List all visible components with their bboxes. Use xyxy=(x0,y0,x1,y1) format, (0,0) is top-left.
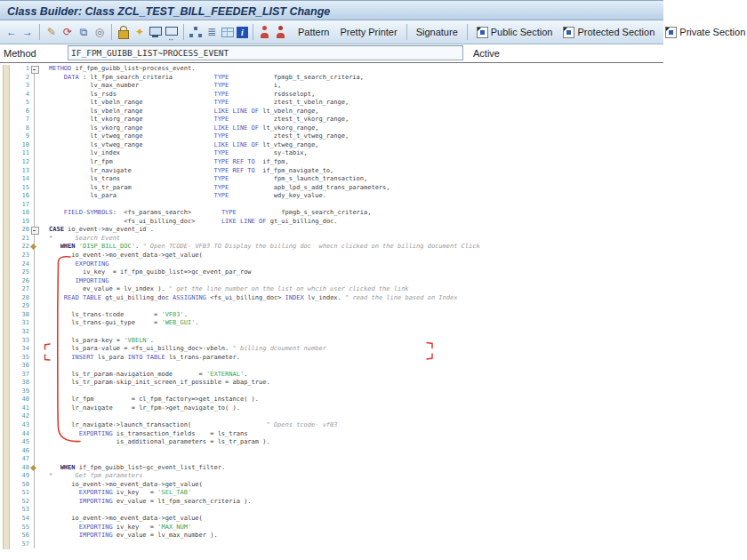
code-line[interactable]: 18 FIELD-SYMBOLS: <fs_params_search> TYP… xyxy=(0,209,663,218)
code-line[interactable]: 40 lr_fpm = cl_fpm_factory=>get_instance… xyxy=(0,396,663,404)
code-line[interactable]: 2 DATA : lt_fpm_search_criteria TYPE fpm… xyxy=(0,74,663,83)
private-section-button[interactable]: Private Section xyxy=(661,26,747,39)
back-icon[interactable]: ← xyxy=(4,25,19,39)
code-line[interactable]: 1METHOD if_fpm_guibb_list~process_event. xyxy=(0,65,663,74)
code-line[interactable]: 49* Get fpm parameters xyxy=(0,472,663,481)
fold-column xyxy=(29,65,49,74)
code-text: ls_rsds TYPE rsdsselopt, xyxy=(49,91,315,100)
fold-column xyxy=(29,447,49,456)
code-line[interactable]: 14 ls_trans TYPE fpm_s_launch_transactio… xyxy=(0,175,663,184)
code-line[interactable]: 47 xyxy=(0,455,663,464)
code-line[interactable]: 24 EXPORTING xyxy=(0,260,663,269)
code-line[interactable]: 3 lv_max_number TYPE i, xyxy=(0,82,663,91)
code-line[interactable]: 48 WHEN if_fpm_guibb_list~gc_event_list_… xyxy=(0,464,663,473)
code-line[interactable]: 4 ls_rsds TYPE rsdsselopt, xyxy=(0,91,663,100)
fold-column xyxy=(29,515,49,524)
method-name-input[interactable]: IF_FPM_GUIBB_LIST~PROCESS_EVENT xyxy=(68,45,463,60)
code-text: EXPORTING iv_key = 'SEL_TAB' xyxy=(49,489,191,498)
code-line[interactable]: 32 xyxy=(0,328,663,337)
code-text: EXPORTING xyxy=(49,260,108,269)
code-line[interactable]: 42 xyxy=(0,412,663,421)
code-line[interactable]: 55 EXPORTING iv_key = 'MAX_NUM' xyxy=(0,524,663,532)
code-line[interactable]: 16 ls_para TYPE wdy_key_value. xyxy=(0,192,663,201)
code-line[interactable]: 45 is_additional_parameters = ls_tr_para… xyxy=(0,438,663,447)
code-text: io_event->mo_event_data->get_value( xyxy=(49,515,203,524)
code-line[interactable]: 46 xyxy=(0,447,663,456)
code-line[interactable]: 27 ev_value = lv_index ). " get the line… xyxy=(0,285,663,294)
code-line[interactable]: 30 ls_trans-tcode = 'VF03'. xyxy=(0,311,663,320)
code-line[interactable]: 23 io_event->mo_event_data->get_value( xyxy=(0,252,663,260)
forward-icon[interactable]: → xyxy=(20,25,35,39)
code-line[interactable]: 26 IMPORTING xyxy=(0,277,663,286)
fold-column xyxy=(29,302,49,311)
toolbar-separator xyxy=(253,24,253,40)
code-line[interactable]: 50 io_event->mo_event_data->get_value( xyxy=(0,481,663,490)
signature-button[interactable]: Signature xyxy=(412,26,462,38)
code-line[interactable]: 28 READ TABLE gt_ui_billing_doc ASSIGNIN… xyxy=(0,294,663,303)
code-line[interactable]: 36 xyxy=(0,362,663,371)
code-line[interactable]: 31 ls_trans-gui_type = 'WEB_GUI'. xyxy=(0,319,663,328)
table-icon[interactable] xyxy=(221,25,235,39)
test-icon[interactable] xyxy=(149,25,163,39)
code-line[interactable]: 54 io_event->mo_event_data->get_value( xyxy=(0,515,663,524)
lock-icon[interactable] xyxy=(116,25,131,39)
code-text: WHEN 'DISP_BILL_DOC'. " Open TCODE- VF03… xyxy=(49,243,480,252)
code-line[interactable]: 52 IMPORTING ev_value = lt_fpm_search_cr… xyxy=(0,498,663,507)
code-line[interactable]: 17 xyxy=(0,201,663,210)
code-text: <fs_ui_billing_doc> LIKE LINE OF gt_ui_b… xyxy=(49,218,338,227)
code-line[interactable]: 57 xyxy=(0,540,663,549)
code-line[interactable]: 35 INSERT ls_para INTO TABLE ls_trans-pa… xyxy=(0,354,663,363)
code-editor[interactable]: 1METHOD if_fpm_guibb_list~process_event.… xyxy=(0,63,663,560)
copy-icon[interactable]: ⧉ xyxy=(76,25,91,39)
navigate-icon[interactable] xyxy=(165,25,179,39)
fold-column xyxy=(29,149,49,158)
code-line[interactable]: 34 ls_para-value = <fs_ui_billing_doc>-v… xyxy=(0,345,663,354)
code-text: * Search Event xyxy=(49,235,120,244)
code-line[interactable]: 6 ls_vbeln_range LIKE LINE OF lt_vbeln_r… xyxy=(0,108,663,116)
activate-icon[interactable]: ✦ xyxy=(133,25,147,39)
display-change-icon[interactable]: ✎ xyxy=(44,25,59,39)
code-line[interactable]: 12 lr_fpm TYPE REF TO if_fpm, xyxy=(0,158,663,167)
code-line[interactable]: 21* Search Event xyxy=(0,235,663,244)
refresh-icon[interactable]: ⟳ xyxy=(60,25,75,39)
code-line[interactable]: 22 WHEN 'DISP_BILL_DOC'. " Open TCODE- V… xyxy=(0,243,663,252)
code-line[interactable]: 38 ls_tr_param-skip_init_screen_if_possi… xyxy=(0,379,663,388)
protected-section-button[interactable]: Protected Section xyxy=(558,26,659,39)
code-line[interactable]: 29 xyxy=(0,302,663,311)
code-line[interactable]: 33 ls_para-key = 'VBELN'. xyxy=(0,337,663,346)
code-line[interactable]: 5 lt_vbeln_range TYPE ztest_t_vbeln_rang… xyxy=(0,99,663,108)
code-line[interactable]: 9 lt_vtweg_range TYPE ztest_t_vtweg_rang… xyxy=(0,132,663,141)
code-line[interactable]: 53 xyxy=(0,506,663,515)
pattern-button[interactable]: Pattern xyxy=(293,26,333,38)
code-line[interactable]: 56 IMPORTING ev_value = lv_max_number ). xyxy=(0,532,663,540)
code-text: EXPORTING iv_key = 'MAX_NUM' xyxy=(49,524,191,532)
toolbar-separator xyxy=(467,24,468,40)
code-line[interactable]: 37 ls_tr_param-navigation_mode = 'EXTERN… xyxy=(0,371,663,380)
fold-column xyxy=(29,132,49,141)
other-object-icon[interactable]: ◎ xyxy=(92,25,107,39)
code-line[interactable]: 39 xyxy=(0,388,663,396)
code-line[interactable]: 41 lr_navigate = lr_fpm->get_navigate_to… xyxy=(0,404,663,413)
public-section-button[interactable]: Public Section xyxy=(472,26,558,39)
pretty-printer-button[interactable]: Pretty Printer xyxy=(335,26,401,38)
code-line[interactable]: 13 lr_navigate TYPE REF TO if_fpm_naviga… xyxy=(0,167,663,176)
hierarchy-icon[interactable] xyxy=(189,25,203,39)
code-line[interactable]: 43 lr_navigate->launch_transaction( " Op… xyxy=(0,421,663,430)
code-line[interactable]: 15 ls_tr_param TYPE apb_lpd_s_add_trans_… xyxy=(0,184,663,193)
code-line[interactable]: 10 ls_vtweg_range LIKE LINE OF lt_vtweg_… xyxy=(0,141,663,150)
code-line[interactable]: 20CASE io_event->mv_event_id . xyxy=(0,226,663,235)
code-line[interactable]: 11 lv_index TYPE sy-tabix, xyxy=(0,149,663,158)
info-icon[interactable]: i xyxy=(237,27,248,38)
code-line[interactable]: 25 iv_key = if_fpm_guibb_list=>gc_event_… xyxy=(0,268,663,277)
code-line[interactable]: 8 ls_vkorg_range LIKE LINE OF lt_vkorg_r… xyxy=(0,124,663,133)
fold-column xyxy=(29,285,49,294)
assignments-icon[interactable] xyxy=(274,25,288,39)
code-line[interactable]: 19 <fs_ui_billing_doc> LIKE LINE OF gt_u… xyxy=(0,218,663,227)
sort-icon[interactable]: ≣ xyxy=(205,25,219,39)
code-line[interactable]: 44 EXPORTING is_transaction_fields = ls_… xyxy=(0,430,663,439)
screen: Class Builder: Class ZCL_TEST_BILL_FEEDE… xyxy=(0,0,747,560)
code-line[interactable]: 51 EXPORTING iv_key = 'SEL_TAB' xyxy=(0,489,663,498)
where-used-icon[interactable] xyxy=(258,25,272,39)
code-text: ls_tr_param TYPE apb_lpd_s_add_trans_par… xyxy=(49,184,390,193)
code-line[interactable]: 7 lt_vkorg_range TYPE ztest_t_vkorg_rang… xyxy=(0,116,663,124)
